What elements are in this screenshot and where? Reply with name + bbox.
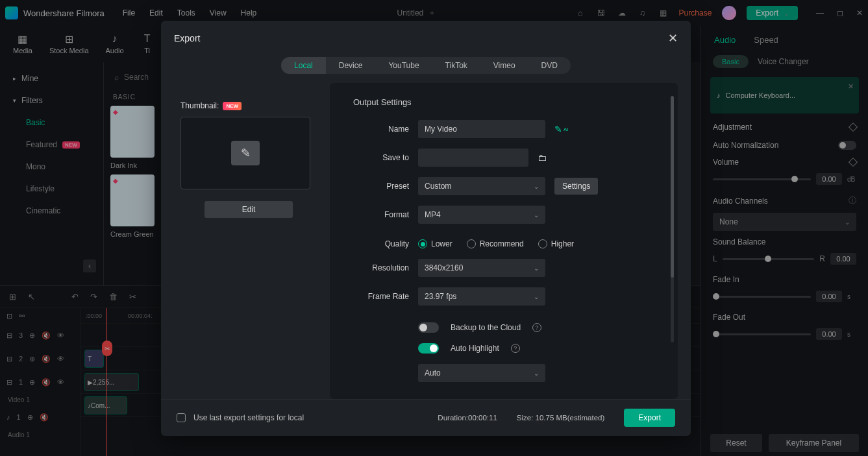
duration-info: Duration:00:00:11	[438, 414, 497, 422]
quality-lower-radio[interactable]: Lower	[418, 239, 453, 248]
frame-rate-label: Frame Rate	[353, 292, 409, 301]
preset-settings-button[interactable]: Settings	[554, 178, 598, 195]
modal-close-button[interactable]: ✕	[668, 31, 678, 45]
preset-label: Preset	[353, 182, 409, 191]
export-tab-vimeo[interactable]: Vimeo	[480, 57, 528, 74]
modal-scrollbar[interactable]	[671, 96, 674, 342]
chevron-down-icon: ⌄	[534, 370, 539, 377]
export-tab-device[interactable]: Device	[326, 57, 376, 74]
export-tab-tiktok[interactable]: TikTok	[432, 57, 480, 74]
thumbnail-preview[interactable]: ✎	[180, 117, 310, 189]
highlight-help-icon[interactable]: ?	[511, 344, 520, 353]
resolution-label: Resolution	[353, 263, 409, 272]
ai-name-icon[interactable]: ✎AI	[554, 124, 569, 134]
auto-highlight-label: Auto Highlight	[451, 344, 499, 353]
quality-higher-radio[interactable]: Higher	[538, 239, 574, 248]
use-last-settings-checkbox[interactable]	[177, 413, 186, 422]
chevron-down-icon: ⌄	[534, 293, 539, 300]
output-settings-title: Output Settings	[353, 97, 658, 107]
name-input[interactable]	[418, 120, 545, 138]
size-info: Size: 10.75 MB(estimated)	[517, 414, 605, 422]
quality-recommend-radio[interactable]: Recommend	[467, 239, 524, 248]
format-select[interactable]: MP4 ⌄	[418, 206, 545, 224]
resolution-select[interactable]: 3840x2160 ⌄	[418, 259, 545, 277]
export-tab-youtube[interactable]: YouTube	[375, 57, 432, 74]
frame-rate-select[interactable]: 23.97 fps ⌄	[418, 287, 545, 306]
backup-cloud-label: Backup to the Cloud	[451, 323, 521, 332]
save-to-label: Save to	[353, 153, 409, 162]
auto-highlight-toggle[interactable]	[418, 343, 439, 354]
edit-thumbnail-icon: ✎	[231, 141, 260, 165]
new-badge: NEW	[223, 102, 242, 110]
export-tab-dvd[interactable]: DVD	[528, 57, 571, 74]
export-confirm-button[interactable]: Export	[624, 409, 675, 427]
quality-label: Quality	[353, 239, 409, 248]
chevron-down-icon: ⌄	[534, 211, 539, 219]
edit-thumbnail-button[interactable]: Edit	[205, 201, 293, 218]
export-modal: Export ✕ Local Device YouTube TikTok Vim…	[161, 21, 691, 436]
auto-highlight-select[interactable]: Auto ⌄	[418, 364, 545, 382]
folder-browse-icon[interactable]: 🗀	[538, 152, 547, 163]
modal-title: Export	[174, 33, 200, 43]
thumbnail-label: Thumbnail:	[180, 101, 219, 110]
chevron-down-icon: ⌄	[534, 265, 539, 272]
use-last-settings-label: Use last export settings for local	[193, 413, 304, 422]
chevron-down-icon: ⌄	[534, 183, 539, 190]
export-tab-local[interactable]: Local	[281, 57, 326, 74]
save-to-input[interactable]	[418, 149, 528, 167]
backup-help-icon[interactable]: ?	[532, 323, 541, 332]
preset-select[interactable]: Custom ⌄	[418, 177, 545, 195]
name-label: Name	[353, 125, 409, 134]
format-label: Format	[353, 210, 409, 219]
backup-cloud-toggle[interactable]	[418, 322, 439, 333]
